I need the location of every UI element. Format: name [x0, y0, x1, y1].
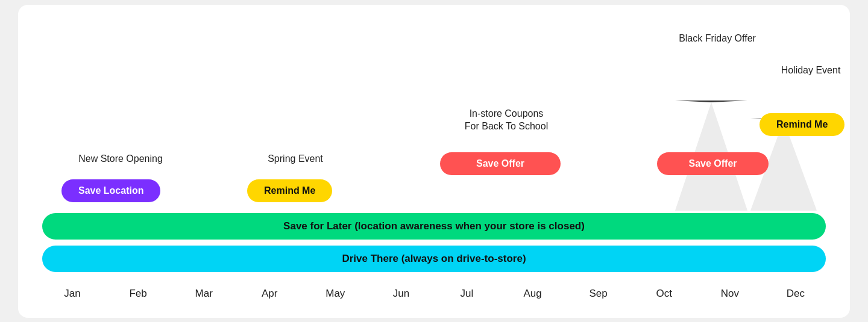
instore-save-offer-button[interactable]: Save Offer [440, 152, 561, 175]
month-label-apr: Apr [239, 288, 300, 300]
month-label-jun: Jun [371, 288, 431, 300]
month-label-dec: Dec [766, 288, 826, 300]
month-label-may: May [305, 288, 365, 300]
spring-label: Spring Event [247, 152, 344, 166]
instore-coupons-label: In-store Coupons For Back To School [440, 107, 573, 133]
drive-there-bar: Drive There (always on drive-to-store) [42, 246, 826, 272]
new-store-label: New Store Opening [60, 152, 181, 166]
black-friday-save-offer-button[interactable]: Save Offer [657, 152, 769, 175]
save-for-later-bar: Save for Later (location awareness when … [42, 213, 826, 240]
save-for-later-label: Save for Later (location awareness when … [283, 220, 585, 232]
month-label-mar: Mar [174, 288, 234, 300]
black-friday-label: Black Friday Offer [657, 32, 778, 45]
month-label-jan: Jan [42, 288, 102, 300]
timeline-area: New Store Opening Save Location Spring E… [42, 23, 826, 300]
month-label-jul: Jul [436, 288, 497, 300]
month-label-nov: Nov [700, 288, 760, 300]
drive-there-label: Drive There (always on drive-to-store) [342, 253, 526, 265]
main-card: New Store Opening Save Location Spring E… [18, 5, 850, 318]
spring-remind-button[interactable]: Remind Me [247, 179, 332, 202]
holiday-label: Holiday Event [756, 64, 865, 77]
holiday-remind-button[interactable]: Remind Me [760, 113, 844, 136]
month-label-aug: Aug [503, 288, 563, 300]
month-label-oct: Oct [634, 288, 694, 300]
month-label-sep: Sep [568, 288, 629, 300]
save-location-button[interactable]: Save Location [61, 179, 160, 202]
months-row: JanFebMarAprMayJunJulAugSepOctNovDec [42, 288, 826, 300]
month-label-feb: Feb [108, 288, 168, 300]
